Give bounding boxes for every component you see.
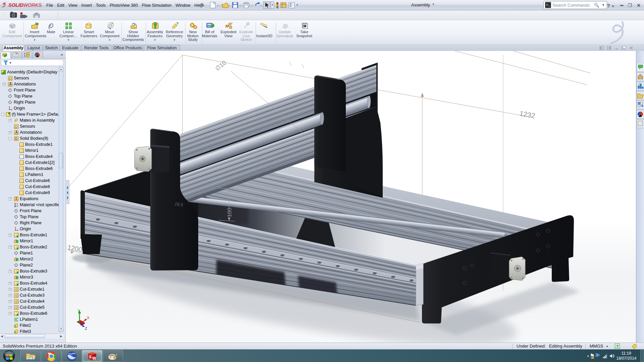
svg-text:X: X [87,316,90,320]
svg-text:100: 100 [226,208,233,217]
svg-text:!: ! [592,356,593,359]
svg-text:W: W [92,356,96,361]
svg-text:S: S [89,355,92,359]
svg-text:Z: Z [85,326,87,330]
svg-text:Y: Y [77,309,80,313]
